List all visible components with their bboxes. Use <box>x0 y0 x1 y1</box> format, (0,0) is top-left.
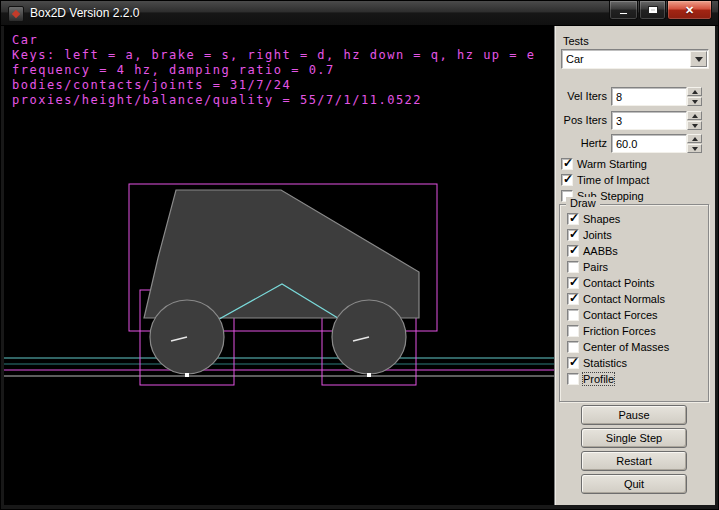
titlebar[interactable]: Box2D Version 2.2.0 ✕ <box>1 1 718 26</box>
checkbox-box: ✓ <box>567 341 579 353</box>
info-line-frequency: frequency = 4 hz, damping ratio = 0.7 <box>12 63 535 78</box>
pos-iters-input[interactable]: 3 <box>611 111 687 130</box>
chevron-down-icon <box>695 57 703 62</box>
check-icon: ✓ <box>563 172 573 186</box>
vel-iters-up-button[interactable] <box>687 87 702 96</box>
tests-dropdown-button[interactable] <box>690 51 707 67</box>
check-icon: ✓ <box>569 211 579 225</box>
vel-iters-label: Vel Iters <box>555 90 607 102</box>
checkbox-center-of-masses[interactable]: ✓Center of Masses <box>567 340 669 354</box>
caption-buttons: ✕ <box>608 1 712 20</box>
checkbox-box: ✓ <box>567 213 579 225</box>
pos-iters-label: Pos Iters <box>555 114 607 126</box>
maximize-button[interactable] <box>639 1 666 20</box>
checkbox-box: ✓ <box>567 229 579 241</box>
maximize-icon <box>648 6 658 14</box>
tests-dropdown[interactable]: Car <box>561 49 709 69</box>
check-icon: ✓ <box>569 355 579 369</box>
checkbox-time-of-impact[interactable]: ✓Time of Impact <box>561 173 649 187</box>
simulation-canvas[interactable]: Car Keys: left = a, brake = s, right = d… <box>4 26 554 505</box>
hertz-up-button[interactable] <box>687 134 702 143</box>
info-line-proxies: proxies/height/balance/quality = 55/7/1/… <box>12 93 535 108</box>
arrow-down-icon <box>692 124 698 128</box>
arrow-up-icon <box>692 137 698 141</box>
checkbox-statistics[interactable]: ✓Statistics <box>567 356 627 370</box>
restart-button[interactable]: Restart <box>581 451 687 471</box>
quit-button[interactable]: Quit <box>581 474 687 494</box>
check-icon: ✓ <box>569 243 579 257</box>
checkbox-box: ✓ <box>561 174 573 186</box>
pause-button[interactable]: Pause <box>581 405 687 425</box>
checkbox-profile[interactable]: ✓Profile <box>567 372 614 386</box>
tests-label: Tests <box>563 35 589 47</box>
checkbox-contact-points[interactable]: ✓Contact Points <box>567 276 655 290</box>
app-icon <box>8 6 24 22</box>
window-title: Box2D Version 2.2.0 <box>30 6 139 20</box>
checkbox-contact-forces[interactable]: ✓Contact Forces <box>567 308 658 322</box>
vel-iters-row: Vel Iters 8 <box>555 87 715 106</box>
pos-iters-stepper <box>687 111 702 130</box>
pos-iters-up-button[interactable] <box>687 111 702 120</box>
hertz-input[interactable]: 60.0 <box>611 134 687 153</box>
close-icon: ✕ <box>685 5 694 16</box>
checkbox-contact-normals[interactable]: ✓Contact Normals <box>567 292 665 306</box>
pos-iters-down-button[interactable] <box>687 121 702 130</box>
checkbox-box: ✓ <box>567 325 579 337</box>
checkbox-warm-starting[interactable]: ✓Warm Starting <box>561 157 647 171</box>
tests-dropdown-value: Car <box>566 53 584 65</box>
window: Box2D Version 2.2.0 ✕ <box>0 0 719 510</box>
vel-iters-down-button[interactable] <box>687 97 702 106</box>
single-step-button[interactable]: Single Step <box>581 428 687 448</box>
info-line-keys: Keys: left = a, brake = s, right = d, hz… <box>12 48 535 63</box>
close-button[interactable]: ✕ <box>667 1 712 20</box>
checkbox-box: ✓ <box>561 158 573 170</box>
hertz-stepper <box>687 134 702 153</box>
checkbox-box: ✓ <box>567 373 579 385</box>
draw-group-title: Draw <box>566 197 600 209</box>
check-icon: ✓ <box>569 275 579 289</box>
client-area: Car Keys: left = a, brake = s, right = d… <box>4 26 715 505</box>
arrow-up-icon <box>692 114 698 118</box>
control-panel: Tests Car Vel Iters 8 Pos Iters 3 <box>554 26 715 505</box>
hertz-label: Hertz <box>555 137 607 149</box>
hertz-down-button[interactable] <box>687 144 702 153</box>
vel-iters-input[interactable]: 8 <box>611 87 687 106</box>
check-icon: ✓ <box>569 291 579 305</box>
arrow-down-icon <box>692 100 698 104</box>
arrow-up-icon <box>692 90 698 94</box>
car-body <box>144 190 419 318</box>
check-icon: ✓ <box>563 156 573 170</box>
vel-iters-stepper <box>687 87 702 106</box>
checkbox-box: ✓ <box>567 309 579 321</box>
checkbox-box: ✓ <box>567 293 579 305</box>
checkbox-box: ✓ <box>567 357 579 369</box>
checkbox-box: ✓ <box>567 261 579 273</box>
info-line-bodies: bodies/contacts/joints = 31/7/24 <box>12 78 535 93</box>
hertz-row: Hertz 60.0 <box>555 134 715 153</box>
pos-iters-row: Pos Iters 3 <box>555 111 715 130</box>
checkbox-joints[interactable]: ✓Joints <box>567 228 612 242</box>
minimize-icon <box>619 12 628 15</box>
minimize-button[interactable] <box>609 1 638 20</box>
right-contact-point <box>367 373 371 377</box>
checkbox-shapes[interactable]: ✓Shapes <box>567 212 620 226</box>
stats-overlay: Car Keys: left = a, brake = s, right = d… <box>12 33 535 108</box>
check-icon: ✓ <box>569 227 579 241</box>
checkbox-aabbs[interactable]: ✓AABBs <box>567 244 618 258</box>
checkbox-friction-forces[interactable]: ✓Friction Forces <box>567 324 656 338</box>
info-line-title: Car <box>12 33 535 48</box>
left-contact-point <box>185 373 189 377</box>
checkbox-pairs[interactable]: ✓Pairs <box>567 260 608 274</box>
checkbox-box: ✓ <box>567 245 579 257</box>
checkbox-box: ✓ <box>567 277 579 289</box>
arrow-down-icon <box>692 147 698 151</box>
